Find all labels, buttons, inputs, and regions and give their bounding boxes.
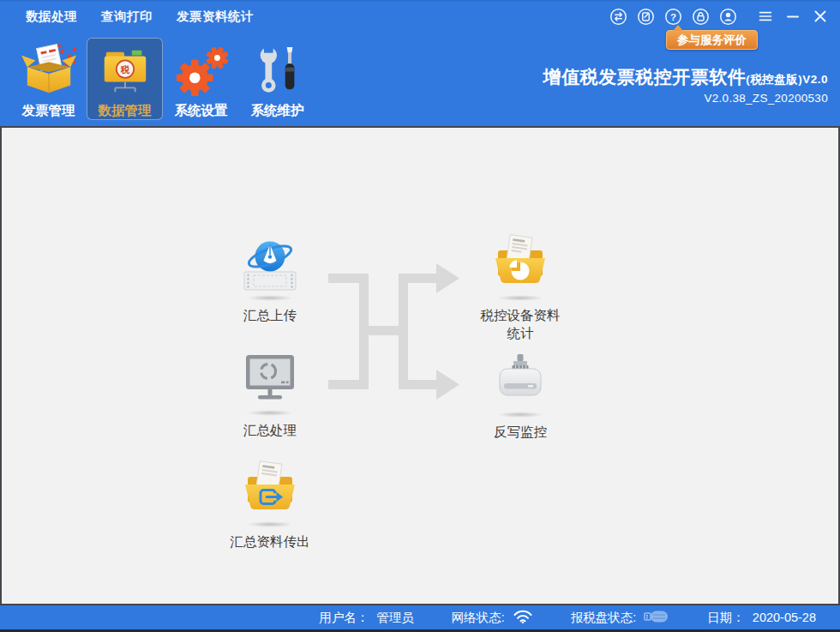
folder-export-icon xyxy=(239,459,301,521)
module-label: 汇总上传 xyxy=(243,306,297,324)
wifi-icon xyxy=(513,608,533,627)
status-date: 日期： 2020-05-28 xyxy=(707,610,816,626)
user-icon[interactable] xyxy=(718,7,737,26)
titlebar: 数据处理 查询打印 发票资料统计 xyxy=(0,0,840,31)
invoice-box-icon xyxy=(18,44,80,99)
module-summary-upload[interactable]: 汇总上传 xyxy=(217,232,323,324)
module-label: 汇总资料传出 xyxy=(231,533,310,551)
module-summary-process[interactable]: 汇总处理 xyxy=(217,347,323,439)
lock-icon[interactable] xyxy=(691,7,710,26)
icon-shadow xyxy=(497,412,543,418)
titlebar-icons: ? xyxy=(609,7,830,26)
user-label: 用户名： xyxy=(319,610,369,626)
user-value: 管理员 xyxy=(376,610,414,626)
toolbar-system-settings[interactable]: 系统设置 xyxy=(163,38,239,120)
product-version: V2.0.38_ZS_20200530 xyxy=(543,92,828,105)
flow-arrows xyxy=(326,258,465,406)
module-device-stats[interactable]: 税控设备资料统计 xyxy=(467,232,573,342)
module-label: 反写监控 xyxy=(494,423,547,441)
gears-icon xyxy=(171,44,232,99)
transfer-icon[interactable] xyxy=(609,7,627,26)
toolbar-system-maintenance[interactable]: 系统维护 xyxy=(239,38,315,120)
tools-icon xyxy=(247,44,309,99)
statusbar: 用户名： 管理员 网络状态: 报税盘状态: xyxy=(0,604,840,632)
toolbar-item-label: 发票管理 xyxy=(22,102,75,120)
menu-icon[interactable] xyxy=(756,7,775,26)
data-folder-icon: 税 xyxy=(94,44,156,99)
drive-brush-icon xyxy=(489,349,551,411)
folder-piechart-icon xyxy=(489,232,551,294)
svg-text:税: 税 xyxy=(119,64,129,75)
product-title: 增值税发票税控开票软件(税控盘版)V2.0 xyxy=(543,65,828,89)
service-rating-tooltip[interactable]: 参与服务评价 xyxy=(666,30,758,50)
icon-shadow xyxy=(247,295,293,301)
status-network: 网络状态: xyxy=(452,608,533,627)
product-edition: (税控盘版)V2.0 xyxy=(746,73,828,86)
network-label: 网络状态: xyxy=(452,610,505,626)
globe-upload-icon xyxy=(239,232,301,294)
module-writeback-monitor[interactable]: 反写监控 xyxy=(467,349,573,441)
usb-disk-icon xyxy=(644,609,669,627)
minimize-icon[interactable] xyxy=(783,7,802,26)
icon-shadow xyxy=(247,521,293,527)
toolbar-item-label: 系统设置 xyxy=(175,102,228,120)
date-label: 日期： xyxy=(707,610,745,626)
close-icon[interactable] xyxy=(811,7,830,26)
menubar: 数据处理 查询打印 发票资料统计 xyxy=(26,9,254,25)
module-summary-export[interactable]: 汇总资料传出 xyxy=(217,459,323,551)
menu-invoice-stats[interactable]: 发票资料统计 xyxy=(177,9,254,25)
status-taxdisk: 报税盘状态: xyxy=(571,609,670,627)
feedback-icon[interactable] xyxy=(636,7,655,26)
main-content: 汇总上传 xyxy=(0,126,840,604)
help-icon[interactable]: ? xyxy=(663,7,682,26)
toolbar-item-label: 数据管理 xyxy=(99,102,152,120)
icon-shadow xyxy=(497,295,543,301)
date-value: 2020-05-28 xyxy=(753,611,816,624)
monitor-refresh-icon xyxy=(239,347,301,409)
taxdisk-label: 报税盘状态: xyxy=(571,610,637,626)
menu-data-processing[interactable]: 数据处理 xyxy=(26,9,77,25)
toolbar-items: 发票管理 税 数据管理 xyxy=(10,38,315,120)
icon-shadow xyxy=(247,410,293,416)
toolbar-invoice-management[interactable]: 发票管理 xyxy=(10,38,87,120)
module-label: 税控设备资料统计 xyxy=(477,306,563,342)
app-window: 数据处理 查询打印 发票资料统计 xyxy=(0,0,840,632)
status-user: 用户名： 管理员 xyxy=(319,610,414,626)
svg-text:?: ? xyxy=(669,11,675,21)
toolbar-item-label: 系统维护 xyxy=(251,102,304,120)
menu-query-print[interactable]: 查询打印 xyxy=(101,9,153,25)
module-label: 汇总处理 xyxy=(243,421,297,439)
toolbar-data-management[interactable]: 税 数据管理 xyxy=(87,38,163,120)
